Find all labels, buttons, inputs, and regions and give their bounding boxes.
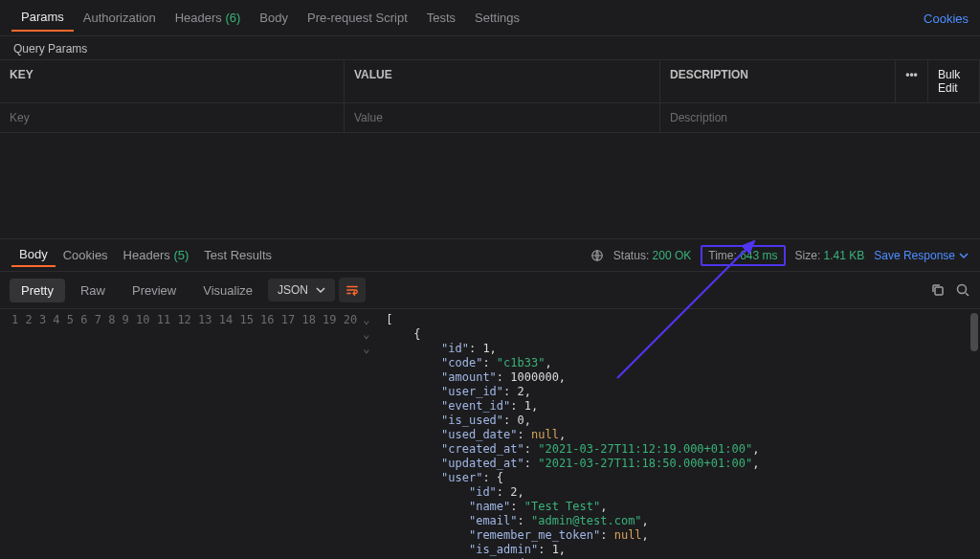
tab-authorization[interactable]: Authorization [74, 7, 166, 31]
tab-params[interactable]: Params [11, 6, 74, 32]
header-description: DESCRIPTION [660, 60, 896, 103]
view-preview[interactable]: Preview [121, 279, 188, 302]
tab-headers-label: Headers [175, 11, 222, 25]
header-key: KEY [0, 60, 345, 103]
tab-headers-count: (6) [225, 11, 240, 25]
response-tabs: Body Cookies Headers (5) Test Results St… [0, 238, 980, 271]
scrollbar[interactable] [970, 313, 978, 351]
request-tabs: Params Authorization Headers (6) Body Pr… [0, 0, 980, 36]
wrap-lines-button[interactable] [339, 278, 366, 302]
response-tab-headers[interactable]: Headers (5) [116, 244, 197, 266]
status-label: Status: [613, 249, 649, 262]
more-options-button[interactable]: ••• [896, 60, 928, 103]
time-value: 643 ms [740, 249, 777, 262]
response-tab-headers-label: Headers [123, 248, 170, 262]
tab-tests[interactable]: Tests [417, 7, 465, 31]
size-label: Size: [795, 249, 821, 262]
chevron-down-icon [316, 285, 325, 295]
query-params-title: Query Params [0, 36, 980, 59]
value-input[interactable]: Value [345, 103, 660, 133]
save-response-dropdown[interactable]: Save Response [874, 249, 969, 262]
wrap-icon [345, 283, 359, 297]
globe-icon[interactable] [590, 249, 604, 262]
response-view-row: Pretty Raw Preview Visualize JSON [0, 271, 980, 308]
response-tab-headers-count: (5) [173, 248, 189, 262]
key-input[interactable]: Key [0, 103, 345, 133]
tab-body[interactable]: Body [250, 7, 298, 31]
save-response-label: Save Response [874, 249, 955, 262]
cookies-link[interactable]: Cookies [924, 11, 969, 26]
tab-headers[interactable]: Headers (6) [166, 7, 251, 31]
language-selector[interactable]: JSON [268, 279, 335, 302]
svg-rect-1 [935, 287, 943, 295]
time-label: Time: [708, 249, 737, 262]
language-selector-label: JSON [278, 283, 308, 297]
view-visualize[interactable]: Visualize [191, 279, 264, 302]
description-input[interactable]: Description [660, 103, 980, 133]
response-time-highlighted: Time: 643 ms [701, 245, 785, 266]
response-body[interactable]: 1 2 3 4 5 6 7 8 9 10 11 12 13 14 15 16 1… [0, 308, 980, 559]
bulk-edit-button[interactable]: Bulk Edit [928, 60, 980, 103]
params-grid: KEY VALUE DESCRIPTION ••• Bulk Edit Key … [0, 59, 980, 133]
view-pretty[interactable]: Pretty [10, 279, 65, 302]
search-icon[interactable] [955, 282, 970, 298]
spacer [0, 133, 980, 238]
tab-settings[interactable]: Settings [465, 7, 529, 31]
chevron-down-icon [959, 251, 969, 260]
response-tab-cookies[interactable]: Cookies [56, 244, 116, 266]
tab-pre-request-script[interactable]: Pre-request Script [298, 7, 417, 31]
svg-point-2 [958, 285, 967, 294]
view-raw[interactable]: Raw [69, 279, 117, 302]
size-value: 1.41 KB [824, 249, 865, 262]
header-value: VALUE [345, 60, 660, 103]
response-tab-test-results[interactable]: Test Results [196, 244, 279, 266]
response-tab-body[interactable]: Body [11, 243, 56, 267]
copy-icon[interactable] [930, 282, 946, 298]
status-value: 200 OK [653, 249, 692, 262]
